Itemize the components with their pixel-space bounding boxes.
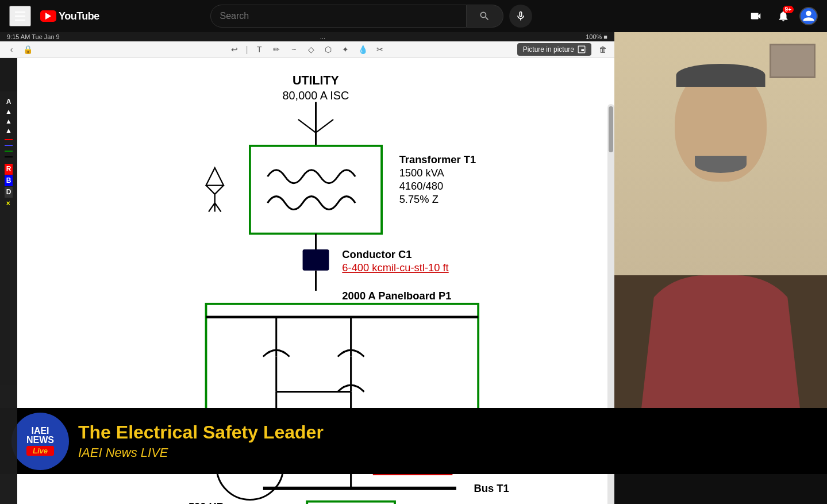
text-tool[interactable]: T [253, 44, 265, 55]
microphone-button[interactable] [509, 5, 532, 28]
svg-line-8 [206, 186, 215, 194]
conductor-c1-label: Conductor C1 [342, 248, 411, 260]
tool-tri3[interactable]: ▲ [5, 126, 12, 136]
status-center: ... [320, 33, 325, 40]
trash-icon: 🗑 [597, 44, 609, 55]
pen-tool[interactable]: ✏ [271, 44, 282, 55]
search-button[interactable] [467, 5, 503, 28]
header: YouTube 9+ [0, 0, 827, 32]
header-right: 9+ [744, 5, 818, 28]
svg-rect-30 [307, 502, 395, 504]
tool-A[interactable]: A [5, 97, 12, 107]
motor-hp: 500 HP [189, 501, 224, 504]
fill-tool[interactable]: 💧 [357, 44, 368, 55]
avatar-icon [801, 8, 817, 24]
svg-line-10 [209, 203, 215, 211]
person-hair [676, 64, 766, 87]
undo-button[interactable]: ↩ [229, 44, 240, 55]
back-button[interactable]: ‹ [6, 44, 17, 55]
search-icon [479, 10, 490, 22]
left-annotation-toolbar: A ▲ ▲ ▲ R B D × [0, 91, 17, 504]
search-bar [210, 5, 467, 28]
pencil-tool[interactable]: ~ [288, 44, 299, 55]
logo-line3: Live [26, 446, 54, 456]
panelboard-label: 2000 A Panelboard P1 [342, 290, 451, 302]
youtube-wordmark: YouTube [59, 10, 99, 22]
status-time: 9:15 AM Tue Jan 9 [7, 33, 60, 40]
eraser-tool[interactable]: ✂ [374, 44, 386, 55]
svg-line-11 [215, 203, 221, 211]
more-button[interactable]: ⋮ [581, 44, 593, 55]
logo-line1: IAEI [26, 426, 54, 436]
channel-logo-inner: IAEI NEWS Live [26, 426, 54, 456]
conductor-c1-spec: 6-400 kcmil-cu-stl-10 ft [342, 261, 448, 274]
person-body [640, 275, 801, 419]
tablet-status-bar: 9:15 AM Tue Jan 9 ... 100% ■ [0, 32, 614, 41]
transformer-z: 5.75% Z [399, 193, 438, 205]
hamburger-button[interactable] [9, 6, 31, 26]
bus-label: Bus T1 [474, 482, 509, 494]
avatar-button[interactable] [799, 7, 818, 25]
svg-rect-14 [303, 249, 329, 271]
utility-label: UTILITY [293, 74, 339, 87]
star-tool[interactable]: ✦ [340, 44, 351, 55]
channel-logo[interactable]: IAEI NEWS Live [11, 413, 69, 470]
status-right: 100% ■ [586, 33, 607, 40]
logo-line2: NEWS [26, 436, 54, 445]
separator: | [246, 45, 248, 54]
tool-D[interactable]: D [5, 187, 13, 198]
search-container [210, 5, 532, 28]
channel-subtitle: IAEI News LIVE [78, 445, 324, 460]
svg-line-3 [316, 120, 334, 133]
transformer-voltage: 4160/480 [399, 180, 443, 192]
tablet-toolbar: ‹ 🔒 ↩ | T ✏ ~ ◇ ⬡ ✦ 💧 ✂ Picture in pictu… [0, 41, 614, 58]
create-icon [749, 10, 762, 22]
notifications-button[interactable]: 9+ [772, 5, 795, 28]
person-beard [695, 156, 747, 173]
svg-line-2 [298, 120, 316, 133]
utility-rating: 80,000 A ISC [283, 89, 349, 102]
tool-X[interactable]: × [5, 198, 13, 209]
svg-line-9 [215, 186, 224, 194]
youtube-logo[interactable]: YouTube [40, 10, 99, 22]
microphone-icon [515, 10, 526, 22]
shape-tool-2[interactable]: ⬡ [322, 44, 334, 55]
tool-R[interactable]: R [5, 164, 13, 175]
transformer-kva: 1500 kVA [399, 167, 445, 179]
tool-tri1[interactable]: ▲ [5, 107, 12, 117]
transformer-label: Transformer T1 [399, 153, 476, 166]
channel-text: The Electrical Safety Leader IAEI News L… [78, 422, 324, 460]
svg-rect-5 [250, 146, 382, 234]
channel-title: The Electrical Safety Leader [78, 422, 324, 443]
youtube-icon [40, 10, 56, 22]
add-button[interactable]: + [565, 44, 576, 55]
shape-tool-1[interactable]: ◇ [305, 44, 317, 55]
tool-B[interactable]: B [5, 175, 13, 186]
notification-badge: 9+ [783, 6, 794, 13]
tool-tri2[interactable]: ▲ [5, 117, 12, 126]
lock-icon: 🔒 [22, 44, 33, 55]
scrollbar-thumb [609, 106, 613, 152]
svg-marker-6 [206, 168, 224, 186]
svg-point-0 [806, 11, 811, 16]
search-input[interactable] [220, 11, 457, 21]
channel-info: IAEI NEWS Live The Electrical Safety Lea… [0, 408, 827, 474]
create-button[interactable] [744, 5, 767, 28]
